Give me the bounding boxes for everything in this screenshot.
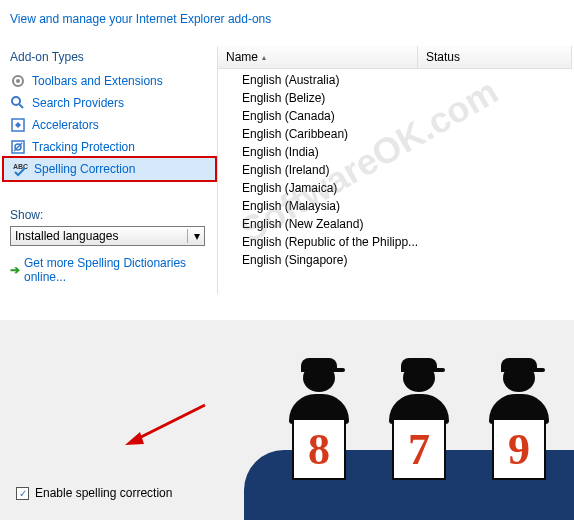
tracking-icon (10, 139, 26, 155)
language-list: English (Australia) English (Belize) Eng… (218, 69, 572, 271)
judge-figure: 7 (374, 364, 464, 480)
sidebar-item-label: Tracking Protection (32, 140, 135, 154)
get-dictionaries-link[interactable]: ➔ Get more Spelling Dictionaries online.… (2, 246, 217, 294)
sidebar-item-label: Spelling Correction (34, 162, 135, 176)
score-card: 8 (292, 418, 346, 480)
enable-spelling-row: ✓ Enable spelling correction (16, 486, 172, 500)
svg-point-1 (16, 79, 20, 83)
list-item[interactable]: English (Australia) (218, 71, 572, 89)
column-headers: Name ▴ Status (218, 46, 572, 69)
gear-icon (10, 73, 26, 89)
chevron-down-icon: ▾ (187, 229, 200, 243)
sort-indicator-icon: ▴ (262, 53, 266, 62)
addon-types-label: Add-on Types (2, 46, 217, 70)
svg-marker-10 (125, 432, 144, 445)
list-item[interactable]: English (Ireland) (218, 161, 572, 179)
score-figures-overlay: 8 7 9 (254, 300, 574, 520)
score-card: 9 (492, 418, 546, 480)
list-item[interactable]: English (India) (218, 143, 572, 161)
list-item[interactable]: English (Belize) (218, 89, 572, 107)
svg-line-9 (135, 405, 205, 440)
sidebar-item-label: Accelerators (32, 118, 99, 132)
svg-point-2 (12, 97, 20, 105)
column-header-status[interactable]: Status (418, 46, 572, 68)
sidebar-item-spelling[interactable]: ABC Spelling Correction (2, 156, 217, 182)
addon-type-list: Toolbars and Extensions Search Providers… (2, 70, 217, 182)
list-item[interactable]: English (New Zealand) (218, 215, 572, 233)
sidebar-item-accelerators[interactable]: Accelerators (2, 114, 217, 136)
list-item[interactable]: English (Malaysia) (218, 197, 572, 215)
sidebar-item-search[interactable]: Search Providers (2, 92, 217, 114)
list-item[interactable]: English (Jamaica) (218, 179, 572, 197)
enable-spelling-label: Enable spelling correction (35, 486, 172, 500)
manage-addons-link[interactable]: View and manage your Internet Explorer a… (0, 0, 574, 46)
content-pane: Name ▴ Status English (Australia) Englis… (217, 46, 572, 294)
sidebar-item-toolbars[interactable]: Toolbars and Extensions (2, 70, 217, 92)
show-label: Show: (10, 208, 209, 226)
show-dropdown[interactable]: Installed languages ▾ (10, 226, 205, 246)
main-area: Add-on Types Toolbars and Extensions Sea… (0, 46, 574, 294)
judge-figure: 8 (274, 364, 364, 480)
list-item[interactable]: English (Caribbean) (218, 125, 572, 143)
sidebar-item-label: Search Providers (32, 96, 124, 110)
judge-figure: 9 (474, 364, 564, 480)
svg-line-3 (19, 104, 23, 108)
score-card: 7 (392, 418, 446, 480)
dropdown-value: Installed languages (15, 229, 118, 243)
online-link-label: Get more Spelling Dictionaries online... (24, 256, 209, 284)
sidebar-item-tracking[interactable]: Tracking Protection (2, 136, 217, 158)
list-item[interactable]: English (Singapore) (218, 251, 572, 269)
enable-spelling-checkbox[interactable]: ✓ (16, 487, 29, 500)
spellcheck-icon: ABC (12, 161, 28, 177)
accelerator-icon (10, 117, 26, 133)
sidebar: Add-on Types Toolbars and Extensions Sea… (2, 46, 217, 294)
svg-text:ABC: ABC (13, 163, 28, 170)
search-icon (10, 95, 26, 111)
annotation-arrow-icon (120, 400, 210, 450)
list-item[interactable]: English (Canada) (218, 107, 572, 125)
sidebar-item-label: Toolbars and Extensions (32, 74, 163, 88)
list-item[interactable]: English (Republic of the Philipp... (218, 233, 572, 251)
arrow-right-icon: ➔ (10, 263, 20, 277)
column-header-name[interactable]: Name ▴ (218, 46, 418, 68)
